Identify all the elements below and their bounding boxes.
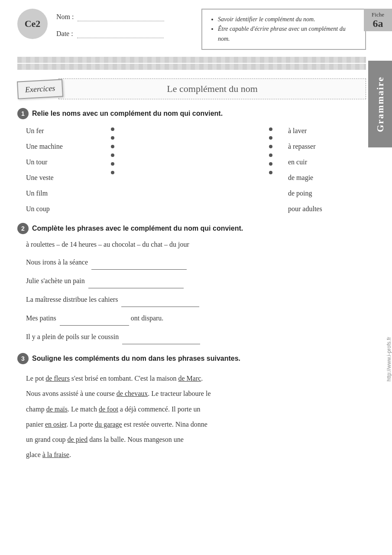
objective-2: Être capable d'écrire phrase avec un com… [218,24,358,44]
tape-strip-top [17,57,366,63]
matching-left-col: Un fer Une machine Un tour Une veste Un … [26,126,95,214]
nom-dots [78,13,164,21]
dot [269,136,272,140]
exercise-2-instruction: Complète les phrases avec le complément … [32,225,243,232]
list-item: Un coup [26,204,95,214]
objective-1: Savoir identifier le complément du nom. [218,15,358,24]
objectives-area: Savoir identifier le complément du nom. … [164,9,366,50]
dot [111,162,114,166]
grammaire-label: Grammaire [375,76,386,132]
fiche-badge: Fiche 6a [364,9,392,31]
tape-strip-bottom [17,64,366,70]
exercices-title-box: Le complément du nom [58,78,366,99]
matching-left-dots [95,126,130,174]
nom-date: Nom : Date : [56,13,164,38]
grammaire-sidebar: Grammaire [368,61,392,147]
nom-label: Nom : [56,13,74,20]
exercise-3: 3 Souligne les compléments du nom dans l… [17,353,366,462]
header-left: Ce2 Nom : Date : [17,9,164,39]
matching-right-dots [253,126,288,174]
ex2-sentence-3: La maîtresse distribue les cahiers [26,293,366,307]
exercise-1-number: 1 [17,108,29,119]
exercise-1-title: 1 Relie les noms avec un complément du n… [17,108,366,119]
dot [111,153,114,157]
website-url: http://www.i-profs.fr [386,337,392,382]
ex2-sentence-1: Nous irons à la séance [26,255,366,270]
list-item: Un film [26,188,95,199]
list-item: Une machine [26,141,95,152]
dot [269,162,272,166]
objectives-box: Savoir identifier le complément du nom. … [201,9,366,50]
fiche-label: Fiche [366,11,390,18]
ex2-sentence-2: Julie s'achète un pain [26,274,366,288]
exercise-2-number: 2 [17,223,29,234]
exercise-2: 2 Complète les phrases avec le complémen… [17,223,366,344]
exercise-2-title: 2 Complète les phrases avec le complémen… [17,223,366,234]
dot [111,136,114,140]
list-item: Un tour [26,157,95,167]
exercise-1-instruction: Relie les noms avec un complément du nom… [32,110,223,118]
tape-area [17,57,366,70]
exercise-1: 1 Relie les noms avec un complément du n… [17,108,366,214]
dot [111,145,114,148]
objectives-list: Savoir identifier le complément du nom. … [209,15,358,44]
exercices-header: Exercices Le complément du nom [17,78,366,99]
fill-blank-4 [60,311,129,326]
fiche-number: 6a [366,18,390,29]
list-item: de magie [288,173,357,183]
date-dots [77,30,164,38]
date-line: Date : [56,30,164,38]
matching-right-col: à laver à repasser en cuir de magie de p… [288,126,357,214]
dot [111,171,114,174]
ex2-sentence-4: Mes patins ont disparu. [26,311,366,326]
list-item: de poing [288,188,357,199]
dot [269,153,272,157]
list-item: à repasser [288,141,357,152]
ex2-options: à roulettes – de 14 heures – au chocolat… [26,241,366,248]
list-item: Un fer [26,126,95,136]
dot [269,145,272,148]
page: Ce2 Nom : Date : Savoir identifier le co… [0,0,392,555]
header-top: Ce2 Nom : Date : [17,9,164,39]
dot [111,127,114,131]
matching-wrapper: Un fer Une machine Un tour Une veste Un … [17,126,366,214]
fill-blank-1 [91,255,187,270]
dot [269,171,272,174]
dot [269,127,272,131]
list-item: en cuir [288,157,357,167]
nom-line: Nom : [56,13,164,21]
list-item: pour adultes [288,204,357,214]
exercise-3-number: 3 [17,353,29,364]
exercise-3-title: 3 Souligne les compléments du nom dans l… [17,353,366,364]
exercise-3-instruction: Souligne les compléments du nom dans les… [32,355,240,362]
fill-blank-2 [88,274,184,288]
exercices-tag: Exercices [17,79,63,99]
ex2-sentence-5: Il y a plein de poils sur le coussin [26,330,366,344]
ex3-text: Le pot de fleurs s'est brisé en tombant.… [26,371,366,462]
ce2-badge: Ce2 [17,9,48,39]
header: Ce2 Nom : Date : Savoir identifier le co… [17,9,366,50]
list-item: à laver [288,126,357,136]
list-item: Une veste [26,173,95,183]
fill-blank-5 [122,330,200,344]
fill-blank-3 [121,293,199,307]
date-label: Date : [56,30,73,37]
